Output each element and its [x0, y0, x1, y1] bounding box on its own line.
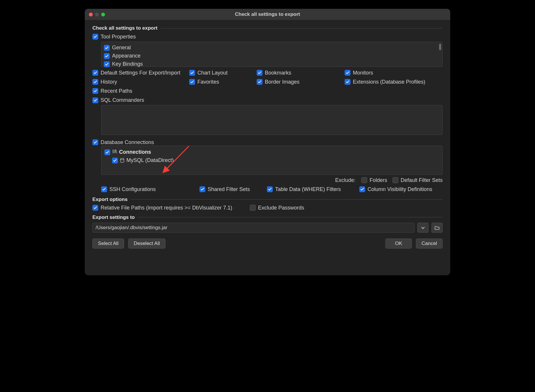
- sql-commanders-panel: [101, 105, 443, 135]
- select-all-button[interactable]: Select All: [92, 239, 124, 249]
- checkbox-history[interactable]: History: [92, 79, 189, 85]
- export-path-input[interactable]: [92, 223, 414, 233]
- titlebar: Check all settings to export: [85, 9, 450, 20]
- deselect-all-button[interactable]: Deselect All: [128, 239, 165, 249]
- checkbox-chart-layout[interactable]: Chart Layout: [189, 70, 257, 76]
- checkbox-default-export-import[interactable]: Default Settings For Export/Import: [92, 70, 189, 76]
- label-default-export-import: Default Settings For Export/Import: [101, 70, 180, 76]
- tool-properties-label: Tool Properties: [101, 34, 136, 40]
- checkbox-relative-paths[interactable]: Relative File Paths (import requires >= …: [92, 205, 232, 211]
- exclude-label: Exclude:: [335, 177, 355, 183]
- label-bookmarks: Bookmarks: [265, 70, 291, 76]
- select-all-label: Select All: [98, 241, 118, 246]
- history-dropdown-button[interactable]: [417, 223, 429, 233]
- checkbox-ssh-configs[interactable]: SSH Configurations: [101, 186, 199, 192]
- label-database-connections: Database Connections: [101, 139, 154, 146]
- general-label: General: [112, 45, 131, 51]
- section-check-legend: Check all settings to export: [92, 25, 158, 31]
- divider: [131, 199, 443, 200]
- label-shared-filter-sets: Shared Filter Sets: [208, 186, 250, 192]
- mysql-label: MySQL (DataDirect): [126, 157, 174, 163]
- label-column-visibility: Column Visibility Definitions: [368, 186, 432, 192]
- label-recent-paths: Recent Paths: [101, 88, 132, 94]
- checkbox-table-data-filters[interactable]: Table Data (WHERE) Filters: [267, 186, 359, 192]
- chevron-down-icon: [421, 226, 425, 230]
- dialog-window: Check all settings to export Check all s…: [85, 9, 450, 275]
- database-icon: [120, 158, 125, 163]
- checkbox-mysql-datadirect[interactable]: [112, 158, 118, 163]
- connections-icon: [112, 149, 117, 156]
- appearance-label: Appearance: [112, 53, 140, 59]
- label-history: History: [101, 79, 117, 85]
- section-export-to-legend: Export settings to: [92, 214, 135, 220]
- deselect-all-label: Deselect All: [134, 241, 160, 246]
- divider: [160, 28, 443, 28]
- checkbox-key-bindings[interactable]: Key Bindings: [104, 60, 440, 68]
- label-exclude-folders: Folders: [370, 177, 387, 183]
- checkbox-connections[interactable]: [104, 149, 110, 155]
- label-ssh-configs: SSH Configurations: [109, 186, 156, 192]
- label-chart-layout: Chart Layout: [197, 70, 228, 76]
- label-sql-commanders: SQL Commanders: [101, 97, 144, 103]
- label-exclude-passwords: Exclude Passwords: [258, 205, 304, 211]
- connections-label: Connections: [119, 149, 151, 155]
- folder-icon: [434, 225, 440, 230]
- label-exclude-filtersets: Default Filter Sets: [401, 177, 443, 183]
- checkbox-exclude-passwords[interactable]: Exclude Passwords: [250, 205, 304, 211]
- label-favorites: Favorites: [197, 79, 219, 85]
- checkbox-recent-paths[interactable]: Recent Paths: [92, 88, 189, 94]
- checkbox-column-visibility[interactable]: Column Visibility Definitions: [359, 186, 443, 192]
- svg-point-0: [121, 158, 124, 160]
- database-connections-panel: Connections MySQL (DataDirect): [101, 146, 443, 175]
- checkbox-monitors[interactable]: Monitors: [345, 70, 444, 76]
- checkbox-tool-properties[interactable]: Tool Properties: [92, 34, 136, 40]
- label-relative-paths: Relative File Paths (import requires >= …: [101, 205, 232, 211]
- scrollbar-thumb[interactable]: [439, 44, 441, 50]
- ok-button[interactable]: OK: [385, 239, 412, 249]
- divider: [138, 217, 443, 217]
- browse-folder-button[interactable]: [431, 223, 443, 233]
- checkbox-sql-commanders[interactable]: SQL Commanders: [92, 97, 144, 103]
- checkbox-exclude-filtersets[interactable]: Default Filter Sets: [392, 177, 443, 183]
- checkbox-bookmarks[interactable]: Bookmarks: [257, 70, 345, 76]
- checkbox-favorites[interactable]: Favorites: [189, 79, 257, 85]
- checkbox-general[interactable]: General: [104, 44, 440, 52]
- checkbox-border-images[interactable]: Border Images: [257, 79, 345, 85]
- key-bindings-label: Key Bindings: [112, 61, 143, 67]
- tool-properties-panel: General Appearance Key Bindings: [101, 42, 443, 67]
- checkbox-database-connections[interactable]: Database Connections: [92, 139, 154, 146]
- checkbox-appearance[interactable]: Appearance: [104, 52, 440, 60]
- label-table-data-filters: Table Data (WHERE) Filters: [275, 186, 341, 192]
- checkbox-extensions[interactable]: Extensions (Database Profiles): [345, 79, 444, 85]
- label-extensions: Extensions (Database Profiles): [353, 79, 425, 85]
- label-border-images: Border Images: [265, 79, 299, 85]
- section-options-legend: Export options: [92, 197, 128, 202]
- cancel-label: Cancel: [421, 241, 437, 246]
- label-monitors: Monitors: [353, 70, 373, 76]
- ok-label: OK: [395, 241, 402, 246]
- cancel-button[interactable]: Cancel: [416, 239, 443, 249]
- checkbox-shared-filter-sets[interactable]: Shared Filter Sets: [199, 186, 267, 192]
- window-title: Check all settings to export: [85, 11, 450, 17]
- checkbox-exclude-folders[interactable]: Folders: [361, 177, 387, 183]
